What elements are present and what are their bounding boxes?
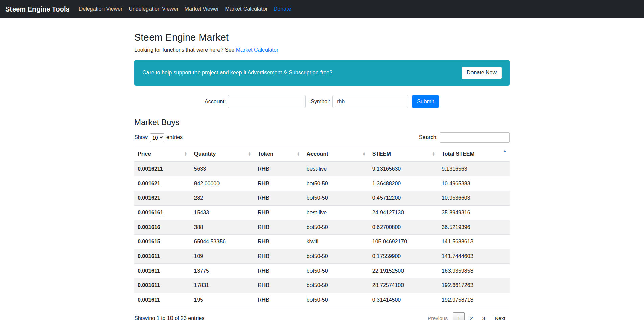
cell-token: RHB xyxy=(254,235,303,249)
navbar: Steem Engine Tools Delegation Viewer Und… xyxy=(0,0,644,18)
table-header-row: Price▲▼ Quantity▲▼ Token▲▼ Account▲▼ STE… xyxy=(134,147,510,162)
table-row: 0.001616 388 RHB bot50-50 0.62700800 36.… xyxy=(134,220,510,235)
account-label: Account: xyxy=(205,99,226,105)
cell-total-steem: 141.7444603 xyxy=(438,249,510,264)
sort-icon: ▲▼ xyxy=(363,152,366,156)
cell-steem: 22.19152500 xyxy=(369,264,438,278)
nav-item-undelegation-viewer[interactable]: Undelegation Viewer xyxy=(125,3,181,15)
cell-account: bot50-50 xyxy=(303,176,369,191)
cell-steem: 0.62700800 xyxy=(369,220,438,235)
cell-steem: 1.36488200 xyxy=(369,176,438,191)
nav-item-delegation-viewer[interactable]: Delegation Viewer xyxy=(76,3,126,15)
sort-icon: ▲▼ xyxy=(184,152,187,156)
subtitle-text: Looking for functions that were here? Se… xyxy=(134,47,236,53)
table-row: 0.001611 13775 RHB bot50-50 22.19152500 … xyxy=(134,264,510,278)
cell-steem: 0.31414500 xyxy=(369,293,438,307)
cell-price: 0.0016161 xyxy=(134,206,191,220)
previous-page-button[interactable]: Previous xyxy=(423,312,452,320)
cell-price: 0.001611 xyxy=(134,264,191,278)
nav-item-market-viewer[interactable]: Market Viewer xyxy=(182,3,222,15)
cell-price: 0.001621 xyxy=(134,191,191,206)
pagination: Previous 1 2 3 Next xyxy=(422,312,510,320)
search-control: Search: xyxy=(419,132,510,143)
brand-link[interactable]: Steem Engine Tools xyxy=(5,5,70,13)
next-page-button[interactable]: Next xyxy=(490,312,510,320)
cell-price: 0.001611 xyxy=(134,249,191,264)
cell-token: RHB xyxy=(254,191,303,206)
cell-quantity: 842.00000 xyxy=(191,176,255,191)
datatable-footer: Showing 1 to 10 of 23 entries Previous 1… xyxy=(134,312,510,320)
market-calculator-link[interactable]: Market Calculator xyxy=(236,47,278,53)
cell-total-steem: 192.9758713 xyxy=(438,293,510,307)
cell-token: RHB xyxy=(254,249,303,264)
cell-quantity: 5633 xyxy=(191,162,255,176)
cell-quantity: 388 xyxy=(191,220,255,235)
table-row: 0.001621 282 RHB bot50-50 0.45712200 10.… xyxy=(134,191,510,206)
cell-steem: 105.04692170 xyxy=(369,235,438,249)
cell-token: RHB xyxy=(254,176,303,191)
column-header-quantity[interactable]: Quantity▲▼ xyxy=(191,147,255,162)
page-length-select[interactable]: 10 xyxy=(150,133,164,142)
cell-total-steem: 163.9359853 xyxy=(438,264,510,278)
page-button-2[interactable]: 2 xyxy=(465,312,477,320)
cell-account: best-live xyxy=(303,162,369,176)
table-row: 0.001611 17831 RHB bot50-50 28.72574100 … xyxy=(134,278,510,293)
table-row: 0.0016211 5633 RHB best-live 9.13165630 … xyxy=(134,162,510,176)
cell-quantity: 282 xyxy=(191,191,255,206)
column-header-token[interactable]: Token▲▼ xyxy=(254,147,303,162)
entries-label: entries xyxy=(166,134,183,141)
table-row: 0.001615 65044.53356 RHB kiwifi 105.0469… xyxy=(134,235,510,249)
cell-steem: 0.45712200 xyxy=(369,191,438,206)
column-header-steem[interactable]: STEEM▲▼ xyxy=(369,147,438,162)
search-label: Search: xyxy=(419,134,438,141)
cell-price: 0.001611 xyxy=(134,293,191,307)
cell-quantity: 109 xyxy=(191,249,255,264)
main-content: Steem Engine Market Looking for function… xyxy=(129,32,515,320)
nav-item-market-calculator[interactable]: Market Calculator xyxy=(222,3,271,15)
cell-token: RHB xyxy=(254,293,303,307)
cell-token: RHB xyxy=(254,278,303,293)
submit-button[interactable]: Submit xyxy=(412,95,439,108)
cell-account: kiwifi xyxy=(303,235,369,249)
table-row: 0.001611 195 RHB bot50-50 0.31414500 192… xyxy=(134,293,510,307)
show-label: Show xyxy=(134,134,148,141)
page-title: Steem Engine Market xyxy=(134,32,510,43)
nav-item-donate[interactable]: Donate xyxy=(271,3,294,15)
account-input[interactable] xyxy=(228,95,306,108)
sort-icon: ▲▼ xyxy=(248,152,251,156)
column-header-total-steem[interactable]: Total STEEM▲▼ xyxy=(438,147,510,162)
page-button-1[interactable]: 1 xyxy=(453,312,465,320)
cell-total-steem: 10.9536603 xyxy=(438,191,510,206)
table-row: 0.001611 109 RHB bot50-50 0.17559900 141… xyxy=(134,249,510,264)
donation-banner: Care to help support the project and kee… xyxy=(134,60,510,86)
cell-token: RHB xyxy=(254,264,303,278)
cell-total-steem: 10.4965383 xyxy=(438,176,510,191)
page-subtitle: Looking for functions that were here? Se… xyxy=(134,47,510,53)
cell-steem: 24.94127130 xyxy=(369,206,438,220)
market-buys-table: Price▲▼ Quantity▲▼ Token▲▼ Account▲▼ STE… xyxy=(134,147,510,307)
column-header-price[interactable]: Price▲▼ xyxy=(134,147,191,162)
cell-token: RHB xyxy=(254,162,303,176)
search-input[interactable] xyxy=(440,132,510,143)
symbol-input[interactable] xyxy=(332,95,408,108)
cell-price: 0.001616 xyxy=(134,220,191,235)
cell-total-steem: 35.8949316 xyxy=(438,206,510,220)
page-button-3[interactable]: 3 xyxy=(478,312,490,320)
market-buys-title: Market Buys xyxy=(134,118,510,127)
table-row: 0.001621 842.00000 RHB bot50-50 1.364882… xyxy=(134,176,510,191)
cell-quantity: 65044.53356 xyxy=(191,235,255,249)
sort-icon: ▲▼ xyxy=(297,152,300,156)
cell-price: 0.001621 xyxy=(134,176,191,191)
cell-total-steem: 141.5688613 xyxy=(438,235,510,249)
column-header-account[interactable]: Account▲▼ xyxy=(303,147,369,162)
cell-account: bot50-50 xyxy=(303,249,369,264)
cell-total-steem: 36.5219396 xyxy=(438,220,510,235)
cell-quantity: 17831 xyxy=(191,278,255,293)
sort-asc-icon: ▲▼ xyxy=(503,150,506,154)
navbar-menu: Delegation Viewer Undelegation Viewer Ma… xyxy=(76,6,294,12)
page-length-control: Show 10 entries xyxy=(134,133,183,142)
donate-now-button[interactable]: Donate Now xyxy=(462,67,502,79)
cell-quantity: 195 xyxy=(191,293,255,307)
cell-steem: 28.72574100 xyxy=(369,278,438,293)
sort-icon: ▲▼ xyxy=(432,152,435,156)
